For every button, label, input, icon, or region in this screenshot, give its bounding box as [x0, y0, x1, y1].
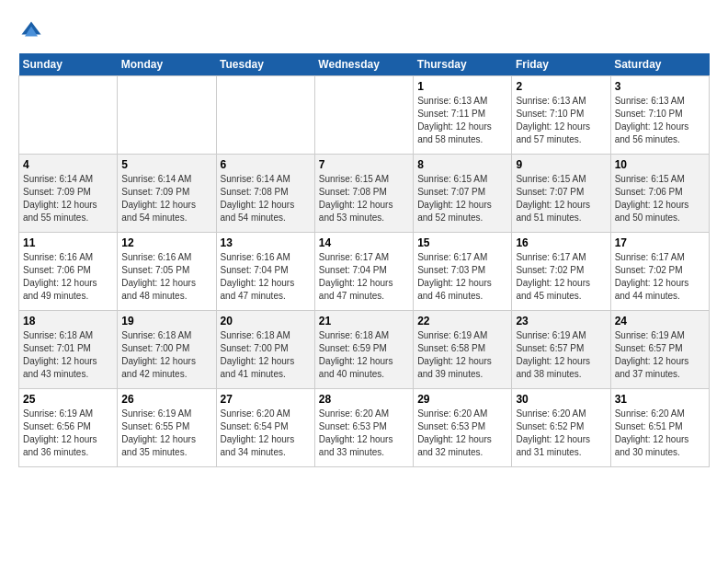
- day-cell: 26Sunrise: 6:19 AM Sunset: 6:55 PM Dayli…: [118, 389, 216, 467]
- day-cell: [314, 76, 413, 155]
- day-cell: 3Sunrise: 6:13 AM Sunset: 7:10 PM Daylig…: [610, 76, 709, 155]
- header-cell-sunday: Sunday: [19, 53, 118, 76]
- day-cell: 13Sunrise: 6:16 AM Sunset: 7:04 PM Dayli…: [216, 233, 314, 311]
- day-info: Sunrise: 6:14 AM Sunset: 7:08 PM Dayligh…: [221, 173, 311, 224]
- day-number: 15: [417, 236, 507, 249]
- day-cell: 5Sunrise: 6:14 AM Sunset: 7:09 PM Daylig…: [118, 155, 216, 233]
- day-info: Sunrise: 6:13 AM Sunset: 7:11 PM Dayligh…: [417, 95, 507, 146]
- day-info: Sunrise: 6:15 AM Sunset: 7:06 PM Dayligh…: [615, 173, 705, 224]
- day-cell: [216, 76, 314, 155]
- day-number: 11: [23, 236, 113, 249]
- logo: [18, 18, 48, 44]
- day-cell: 23Sunrise: 6:19 AM Sunset: 6:57 PM Dayli…: [512, 311, 610, 389]
- day-number: 7: [319, 158, 409, 171]
- day-cell: 1Sunrise: 6:13 AM Sunset: 7:11 PM Daylig…: [414, 76, 512, 155]
- day-info: Sunrise: 6:17 AM Sunset: 7:04 PM Dayligh…: [319, 251, 409, 303]
- header-cell-friday: Friday: [512, 53, 610, 76]
- day-cell: 25Sunrise: 6:19 AM Sunset: 6:56 PM Dayli…: [19, 389, 118, 467]
- day-info: Sunrise: 6:15 AM Sunset: 7:08 PM Dayligh…: [319, 173, 409, 224]
- day-info: Sunrise: 6:20 AM Sunset: 6:52 PM Dayligh…: [516, 408, 606, 459]
- day-info: Sunrise: 6:15 AM Sunset: 7:07 PM Dayligh…: [417, 173, 507, 224]
- day-number: 13: [221, 236, 311, 249]
- week-row-4: 18Sunrise: 6:18 AM Sunset: 7:01 PM Dayli…: [19, 311, 710, 389]
- calendar-table: SundayMondayTuesdayWednesdayThursdayFrid…: [18, 53, 710, 467]
- day-number: 10: [615, 158, 705, 171]
- header-row: SundayMondayTuesdayWednesdayThursdayFrid…: [19, 53, 710, 76]
- day-number: 2: [516, 80, 606, 93]
- day-number: 18: [23, 315, 113, 327]
- day-info: Sunrise: 6:20 AM Sunset: 6:51 PM Dayligh…: [615, 408, 705, 459]
- day-cell: 2Sunrise: 6:13 AM Sunset: 7:10 PM Daylig…: [512, 76, 610, 155]
- day-cell: 8Sunrise: 6:15 AM Sunset: 7:07 PM Daylig…: [414, 155, 512, 233]
- day-number: 3: [615, 80, 705, 93]
- calendar-body: 1Sunrise: 6:13 AM Sunset: 7:11 PM Daylig…: [19, 76, 710, 467]
- day-info: Sunrise: 6:18 AM Sunset: 7:00 PM Dayligh…: [221, 329, 311, 381]
- day-info: Sunrise: 6:17 AM Sunset: 7:02 PM Dayligh…: [516, 251, 606, 303]
- day-info: Sunrise: 6:20 AM Sunset: 6:54 PM Dayligh…: [221, 408, 311, 459]
- day-info: Sunrise: 6:13 AM Sunset: 7:10 PM Dayligh…: [516, 95, 606, 146]
- day-cell: 30Sunrise: 6:20 AM Sunset: 6:52 PM Dayli…: [512, 389, 610, 467]
- day-cell: 29Sunrise: 6:20 AM Sunset: 6:53 PM Dayli…: [414, 389, 512, 467]
- week-row-3: 11Sunrise: 6:16 AM Sunset: 7:06 PM Dayli…: [19, 233, 710, 311]
- day-info: Sunrise: 6:14 AM Sunset: 7:09 PM Dayligh…: [23, 173, 113, 224]
- day-cell: 24Sunrise: 6:19 AM Sunset: 6:57 PM Dayli…: [610, 311, 709, 389]
- day-info: Sunrise: 6:20 AM Sunset: 6:53 PM Dayligh…: [319, 408, 409, 459]
- day-cell: 11Sunrise: 6:16 AM Sunset: 7:06 PM Dayli…: [19, 233, 118, 311]
- day-cell: 9Sunrise: 6:15 AM Sunset: 7:07 PM Daylig…: [512, 155, 610, 233]
- day-number: 12: [121, 236, 211, 249]
- day-number: 29: [417, 393, 507, 406]
- day-number: 4: [23, 158, 113, 171]
- day-cell: 12Sunrise: 6:16 AM Sunset: 7:05 PM Dayli…: [118, 233, 216, 311]
- day-number: 28: [319, 393, 409, 406]
- day-cell: 14Sunrise: 6:17 AM Sunset: 7:04 PM Dayli…: [314, 233, 413, 311]
- day-cell: 7Sunrise: 6:15 AM Sunset: 7:08 PM Daylig…: [314, 155, 413, 233]
- header-cell-saturday: Saturday: [610, 53, 709, 76]
- day-info: Sunrise: 6:17 AM Sunset: 7:03 PM Dayligh…: [417, 251, 507, 303]
- day-number: 1: [417, 80, 507, 93]
- day-cell: 16Sunrise: 6:17 AM Sunset: 7:02 PM Dayli…: [512, 233, 610, 311]
- day-cell: 27Sunrise: 6:20 AM Sunset: 6:54 PM Dayli…: [216, 389, 314, 467]
- day-number: 6: [221, 158, 311, 171]
- day-number: 23: [516, 315, 606, 327]
- day-cell: [118, 76, 216, 155]
- header-cell-monday: Monday: [118, 53, 216, 76]
- day-number: 16: [516, 236, 606, 249]
- day-cell: 18Sunrise: 6:18 AM Sunset: 7:01 PM Dayli…: [19, 311, 118, 389]
- day-info: Sunrise: 6:19 AM Sunset: 6:56 PM Dayligh…: [23, 408, 113, 459]
- day-info: Sunrise: 6:14 AM Sunset: 7:09 PM Dayligh…: [121, 173, 211, 224]
- day-info: Sunrise: 6:16 AM Sunset: 7:05 PM Dayligh…: [121, 251, 211, 303]
- day-cell: 19Sunrise: 6:18 AM Sunset: 7:00 PM Dayli…: [118, 311, 216, 389]
- header-cell-tuesday: Tuesday: [216, 53, 314, 76]
- week-row-5: 25Sunrise: 6:19 AM Sunset: 6:56 PM Dayli…: [19, 389, 710, 467]
- day-number: 17: [615, 236, 705, 249]
- day-number: 8: [417, 158, 507, 171]
- day-cell: 28Sunrise: 6:20 AM Sunset: 6:53 PM Dayli…: [314, 389, 413, 467]
- day-cell: 4Sunrise: 6:14 AM Sunset: 7:09 PM Daylig…: [19, 155, 118, 233]
- day-info: Sunrise: 6:13 AM Sunset: 7:10 PM Dayligh…: [615, 95, 705, 146]
- day-number: 30: [516, 393, 606, 406]
- day-info: Sunrise: 6:19 AM Sunset: 6:55 PM Dayligh…: [121, 408, 211, 459]
- day-number: 22: [417, 315, 507, 327]
- day-number: 24: [615, 315, 705, 327]
- day-info: Sunrise: 6:18 AM Sunset: 6:59 PM Dayligh…: [319, 329, 409, 381]
- day-number: 25: [23, 393, 113, 406]
- day-number: 14: [319, 236, 409, 249]
- day-info: Sunrise: 6:20 AM Sunset: 6:53 PM Dayligh…: [417, 408, 507, 459]
- day-info: Sunrise: 6:16 AM Sunset: 7:06 PM Dayligh…: [23, 251, 113, 303]
- day-number: 31: [615, 393, 705, 406]
- calendar-header: SundayMondayTuesdayWednesdayThursdayFrid…: [19, 53, 710, 76]
- day-cell: 6Sunrise: 6:14 AM Sunset: 7:08 PM Daylig…: [216, 155, 314, 233]
- day-info: Sunrise: 6:19 AM Sunset: 6:58 PM Dayligh…: [417, 329, 507, 381]
- day-cell: 22Sunrise: 6:19 AM Sunset: 6:58 PM Dayli…: [414, 311, 512, 389]
- day-cell: 20Sunrise: 6:18 AM Sunset: 7:00 PM Dayli…: [216, 311, 314, 389]
- day-cell: 17Sunrise: 6:17 AM Sunset: 7:02 PM Dayli…: [610, 233, 709, 311]
- header-cell-thursday: Thursday: [414, 53, 512, 76]
- day-info: Sunrise: 6:19 AM Sunset: 6:57 PM Dayligh…: [615, 329, 705, 381]
- day-info: Sunrise: 6:17 AM Sunset: 7:02 PM Dayligh…: [615, 251, 705, 303]
- day-number: 19: [121, 315, 211, 327]
- day-info: Sunrise: 6:19 AM Sunset: 6:57 PM Dayligh…: [516, 329, 606, 381]
- day-info: Sunrise: 6:18 AM Sunset: 7:00 PM Dayligh…: [121, 329, 211, 381]
- day-cell: 21Sunrise: 6:18 AM Sunset: 6:59 PM Dayli…: [314, 311, 413, 389]
- day-number: 5: [121, 158, 211, 171]
- day-number: 27: [221, 393, 311, 406]
